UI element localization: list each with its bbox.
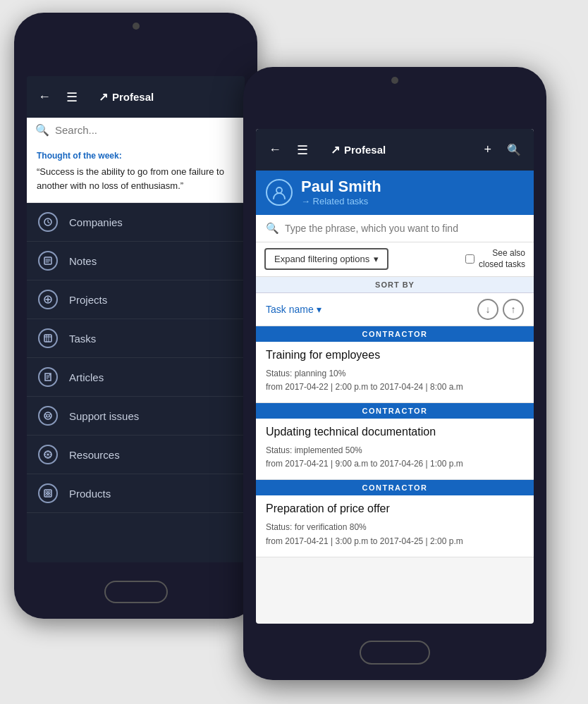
search-phrase-bar: 🔍 [256, 215, 534, 242]
svg-point-7 [47, 454, 49, 456]
contact-name: Paul Smith [301, 178, 381, 196]
add-icon-phone2[interactable]: + [481, 141, 494, 159]
svg-rect-12 [49, 494, 51, 496]
logo-symbol-phone2: ↗ [331, 143, 340, 156]
filter-bar: Expand filtering options ▾ See also clos… [256, 242, 534, 276]
companies-icon [38, 212, 58, 232]
support-icon [38, 406, 58, 426]
nav-item-articles[interactable]: Articles [27, 358, 245, 397]
sort-field-label: Task name [266, 304, 314, 315]
nav-item-tasks[interactable]: Tasks [27, 319, 245, 358]
nav-item-companies[interactable]: Companies [27, 203, 245, 242]
task-section-contractor-1: CONTRACTOR [256, 326, 534, 342]
menu-icon-phone2[interactable]: ☰ [294, 141, 311, 159]
task-status-1: Status: planning 10% from 2017-04-22 | 2… [266, 367, 524, 394]
task-item-3[interactable]: Preparation of price offer Status: for v… [256, 495, 534, 557]
phone-front-screen: ← ☰ ↗ Profesal + 🔍 Paul Smith → Related … [256, 129, 534, 624]
task-section-contractor-3: CONTRACTOR [256, 480, 534, 495]
contact-header: Paul Smith → Related tasks [256, 171, 534, 215]
phone1-search-bar: 🔍 [27, 118, 245, 142]
contact-sub: → Related tasks [301, 196, 381, 206]
phone2-app-title: Profesal [344, 144, 386, 156]
closed-tasks-checkbox[interactable] [465, 254, 474, 264]
closed-tasks-area: See also closed tasks [465, 248, 525, 270]
sort-by-label: SORT BY [375, 280, 415, 289]
task-item-1[interactable]: Training for employees Status: planning … [256, 342, 534, 403]
phrase-input[interactable] [285, 223, 524, 234]
tasks-icon [38, 328, 58, 348]
products-icon [38, 483, 58, 503]
companies-label: Companies [69, 216, 123, 228]
task-section-contractor-2: CONTRACTOR [256, 403, 534, 419]
notes-icon [38, 251, 58, 271]
svg-point-4 [44, 412, 51, 419]
sort-field-arrow: ▾ [317, 304, 321, 315]
svg-rect-9 [46, 491, 48, 493]
task-status-2: Status: implemented 50% from 2017-04-21 … [266, 444, 524, 471]
thought-box: Thought of the week: “Success is the abi… [27, 142, 245, 203]
projects-icon [38, 290, 58, 309]
home-button-phone1[interactable] [104, 581, 168, 603]
phone2-header: ← ☰ ↗ Profesal + 🔍 [256, 129, 534, 171]
phone1-app-title: Profesal [112, 91, 154, 103]
articles-label: Articles [69, 371, 104, 383]
sort-row: Task name ▾ ↓ ↑ [256, 293, 534, 326]
sort-icons: ↓ ↑ [477, 299, 524, 320]
logo-symbol-phone1: ↗ [99, 90, 108, 104]
search-icon-phrase: 🔍 [266, 222, 279, 235]
nav-item-support[interactable]: Support issues [27, 397, 245, 436]
contact-info: Paul Smith → Related tasks [301, 178, 381, 206]
svg-point-5 [47, 414, 49, 417]
camera-dot-front [391, 77, 398, 84]
nav-item-projects[interactable]: Projects [27, 280, 245, 319]
closed-tasks-label: See also closed tasks [479, 248, 525, 270]
nav-list: Companies Notes Projects [27, 203, 245, 513]
svg-rect-8 [44, 490, 51, 497]
products-label: Products [69, 488, 111, 500]
expand-filter-label: Expand filtering options [274, 254, 369, 264]
phone-back-screen: ← ☰ ↗ Profesal 🔍 Thought of the week: “S… [27, 76, 245, 562]
phone-front: ← ☰ ↗ Profesal + 🔍 Paul Smith → Related … [243, 67, 546, 680]
sort-by-bar: SORT BY [256, 277, 534, 293]
camera-dot-back [133, 23, 140, 30]
tasks-label: Tasks [69, 333, 96, 345]
sort-field[interactable]: Task name ▾ [266, 304, 477, 315]
task-title-3: Preparation of price offer [266, 502, 524, 515]
menu-icon-phone1[interactable]: ☰ [63, 88, 80, 106]
resources-icon [38, 445, 58, 464]
resources-label: Resources [69, 449, 120, 461]
task-status-3: Status: for verification 80% from 2017-0… [266, 521, 524, 548]
expand-filter-button[interactable]: Expand filtering options ▾ [264, 248, 388, 270]
phone1-header: ← ☰ ↗ Profesal [27, 76, 245, 118]
phone1-logo: ↗ Profesal [90, 83, 162, 111]
nav-item-notes[interactable]: Notes [27, 242, 245, 280]
task-title-1: Training for employees [266, 349, 524, 362]
home-button-phone2[interactable] [360, 641, 430, 665]
phone-back: ← ☰ ↗ Profesal 🔍 Thought of the week: “S… [14, 13, 257, 619]
search-icon-phone1: 🔍 [35, 123, 49, 137]
articles-icon [38, 367, 58, 387]
nav-item-products[interactable]: Products [27, 474, 245, 513]
avatar [266, 179, 293, 206]
thought-text: “Success is the ability to go from one f… [37, 165, 235, 192]
svg-rect-3 [44, 335, 51, 342]
expand-filter-arrow: ▾ [374, 254, 379, 264]
task-title-2: Updating technical documentation [266, 426, 524, 438]
svg-rect-11 [46, 494, 48, 496]
notes-label: Notes [69, 255, 97, 267]
sort-up-button[interactable]: ↑ [503, 299, 524, 320]
search-input-phone1[interactable] [55, 124, 236, 136]
thought-label: Thought of the week: [37, 151, 235, 161]
task-item-2[interactable]: Updating technical documentation Status:… [256, 419, 534, 480]
back-icon-phone1[interactable]: ← [35, 88, 54, 106]
phone2-logo: ↗ Profesal [321, 136, 471, 163]
nav-item-resources[interactable]: Resources [27, 436, 245, 474]
search-icon-phone2[interactable]: 🔍 [504, 142, 524, 158]
projects-label: Projects [69, 294, 107, 306]
svg-point-13 [276, 187, 282, 193]
back-icon-phone2[interactable]: ← [266, 141, 284, 159]
svg-rect-10 [49, 491, 51, 493]
support-label: Support issues [69, 410, 139, 422]
sort-down-button[interactable]: ↓ [477, 299, 498, 320]
